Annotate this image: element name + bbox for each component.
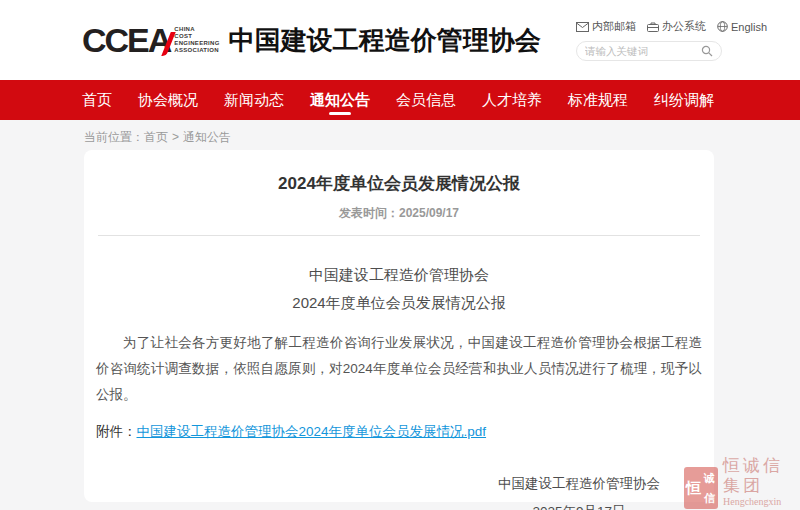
main-nav: 首页 协会概况 新闻动态 通知公告 会员信息 人才培养 标准规程 纠纷调解 xyxy=(0,80,800,120)
breadcrumb-home-link[interactable]: 首页 xyxy=(144,130,168,144)
article-title: 2024年度单位会员发展情况公报 xyxy=(96,172,702,195)
globe-icon xyxy=(717,21,728,32)
office-system-link[interactable]: 办公系统 xyxy=(647,19,706,34)
mail-icon xyxy=(576,22,589,32)
doc-heading-line2: 2024年度单位会员发展情况公报 xyxy=(96,289,702,317)
nav-item-standards[interactable]: 标准规程 xyxy=(568,80,628,120)
doc-heading-line1: 中国建设工程造价管理协会 xyxy=(96,261,702,289)
nav-item-news[interactable]: 新闻动态 xyxy=(224,80,284,120)
logo-subtext-line: ENGINEERING xyxy=(174,40,219,47)
brand[interactable]: CCEA CHINA COST ENGINEERING ASSOCIATION … xyxy=(82,23,541,58)
signature-org: 中国建设工程造价管理协会 xyxy=(498,470,660,498)
quick-link-label: 办公系统 xyxy=(662,19,706,34)
nav-item-notices[interactable]: 通知公告 xyxy=(310,80,370,120)
nav-item-talent-training[interactable]: 人才培养 xyxy=(482,80,542,120)
english-link[interactable]: English xyxy=(717,21,767,33)
nav-item-dispute-mediation[interactable]: 纠纷调解 xyxy=(654,80,714,120)
ccea-acronym-text: CCEA xyxy=(82,23,170,57)
logo-subtext-line: ASSOCIATION xyxy=(174,47,219,54)
internal-mail-link[interactable]: 内部邮箱 xyxy=(576,19,636,34)
search-icon[interactable] xyxy=(701,45,713,57)
watermark-name-en: Hengchengxin Group xyxy=(723,496,800,510)
logo-subtext: CHINA COST ENGINEERING ASSOCIATION xyxy=(174,26,219,54)
title-divider xyxy=(98,235,700,236)
attachment-label: 附件： xyxy=(96,424,137,439)
nav-item-association-overview[interactable]: 协会概况 xyxy=(138,80,198,120)
nav-item-member-info[interactable]: 会员信息 xyxy=(396,80,456,120)
search-box[interactable] xyxy=(576,41,722,61)
site-title: 中国建设工程造价管理协会 xyxy=(229,23,541,58)
publish-date-value: 2025/09/17 xyxy=(399,206,459,220)
publish-date-label: 发表时间： xyxy=(339,206,399,220)
article-card: 2024年度单位会员发展情况公报 发表时间：2025/09/17 中国建设工程造… xyxy=(84,150,714,502)
quick-links: 内部邮箱 办公系统 English xyxy=(576,19,722,34)
logo-subtext-line: COST xyxy=(174,33,219,40)
quick-link-label: English xyxy=(731,21,767,33)
signature: 中国建设工程造价管理协会 2025年9月17日 xyxy=(96,470,702,510)
doc-paragraph: 为了让社会各方更好地了解工程造价咨询行业发展状况，中国建设工程造价管理协会根据工… xyxy=(96,330,702,408)
logo-subtext-line: CHINA xyxy=(174,26,219,33)
site-header: CCEA CHINA COST ENGINEERING ASSOCIATION … xyxy=(0,0,800,80)
breadcrumb-current: 通知公告 xyxy=(183,130,231,144)
article-meta: 发表时间：2025/09/17 xyxy=(96,205,702,222)
search-input[interactable] xyxy=(585,45,697,57)
signature-date: 2025年9月17日 xyxy=(498,498,660,510)
attachment-pdf-link[interactable]: 中国建设工程造价管理协会2024年度单位会员发展情况.pdf xyxy=(137,424,487,439)
nav-item-home[interactable]: 首页 xyxy=(82,80,112,120)
quick-link-label: 内部邮箱 xyxy=(592,19,636,34)
breadcrumb-prefix: 当前位置： xyxy=(84,130,144,144)
watermark-name-cn: 恒诚信集团 xyxy=(723,456,800,496)
breadcrumb: 当前位置：首页>通知公告 xyxy=(84,120,800,150)
breadcrumb-separator: > xyxy=(172,130,179,144)
attachment-row: 附件：中国建设工程造价管理协会2024年度单位会员发展情况.pdf xyxy=(96,423,702,441)
ccea-logo: CCEA CHINA COST ENGINEERING ASSOCIATION xyxy=(82,23,220,57)
briefcase-icon xyxy=(647,22,659,32)
